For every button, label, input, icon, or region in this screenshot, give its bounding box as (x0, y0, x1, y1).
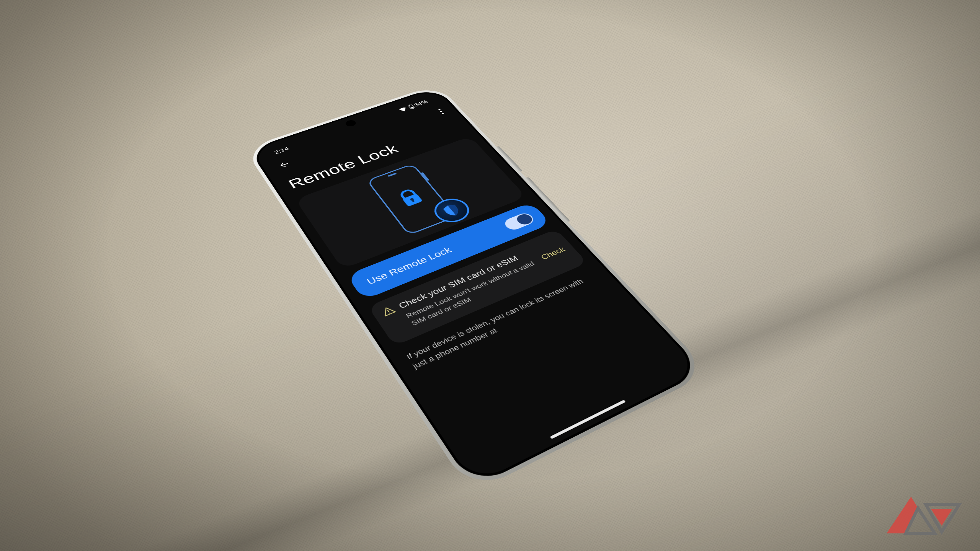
photo-scene: 2:14 (0, 0, 980, 551)
svg-point-3 (438, 109, 441, 111)
ap-watermark (880, 494, 965, 540)
status-time: 2:14 (273, 146, 290, 155)
alert-triangle-icon (380, 305, 408, 335)
svg-point-4 (439, 111, 442, 112)
toggle-label: Use Remote Lock (365, 245, 453, 287)
footer-description: If your device is stolen, you can lock i… (399, 269, 609, 374)
wifi-icon (397, 106, 408, 113)
svg-rect-10 (389, 313, 390, 314)
warning-body: Remote Lock won't work without a valid S… (404, 254, 556, 328)
illustration-phone-outline (366, 163, 457, 235)
svg-rect-9 (387, 310, 389, 312)
check-button[interactable]: Check (539, 245, 567, 261)
remote-lock-toggle[interactable] (502, 212, 536, 232)
svg-point-5 (441, 112, 444, 114)
warning-title: Check your SIM card or eSIM (397, 245, 542, 311)
shield-icon (428, 195, 475, 227)
phone: 2:14 (244, 84, 710, 494)
battery-indicator: 34% (407, 99, 429, 109)
battery-percent: 34% (412, 99, 429, 108)
lock-icon (395, 187, 426, 209)
svg-rect-0 (408, 104, 414, 109)
